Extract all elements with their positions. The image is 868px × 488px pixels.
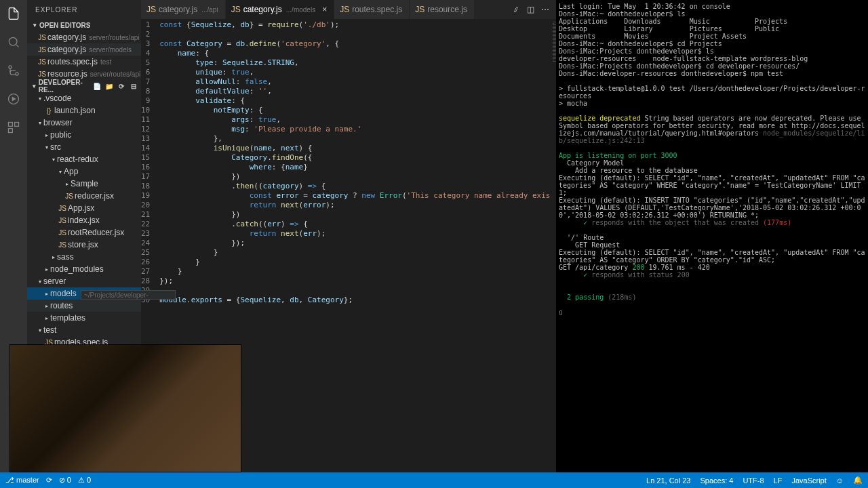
compare-icon[interactable]: ⫽ [512, 5, 520, 14]
chevron-down-icon: ▾ [30, 83, 39, 89]
file-icon: JS [57, 217, 68, 224]
folder-item[interactable]: ▸ node_modules [27, 263, 141, 275]
chevron-icon: ▸ [43, 266, 50, 272]
folder-item[interactable]: ▸ Sample [27, 178, 141, 190]
status-bar: ⎇ master ⟳ ⊘ 0 ⚠ 0 Ln 21, Col 23 Spaces:… [0, 472, 868, 488]
svg-rect-6 [9, 129, 13, 133]
chevron-icon: ▸ [43, 132, 50, 138]
sync-icon[interactable]: ⟳ [46, 476, 52, 485]
extensions-icon[interactable] [5, 119, 22, 136]
eol[interactable]: LF [774, 476, 783, 485]
js-file-icon: JS [340, 5, 349, 14]
js-file-icon: JS [37, 70, 47, 78]
minimap[interactable] [550, 19, 556, 472]
folder-item[interactable]: ▾ src [27, 141, 141, 153]
file-item[interactable]: {} launch.json [27, 104, 141, 117]
split-icon[interactable]: ◫ [527, 5, 534, 14]
file-icon: JS [57, 229, 68, 237]
svg-point-1 [9, 66, 12, 68]
file-item[interactable]: JS reducer.jsx [27, 190, 141, 202]
language-mode[interactable]: JavaScript [791, 476, 826, 485]
files-icon[interactable] [5, 5, 22, 22]
folder-item[interactable]: ▾ test [27, 324, 141, 336]
git-icon[interactable] [5, 62, 22, 79]
svg-point-0 [9, 37, 17, 45]
collapse-icon[interactable]: ⊟ [129, 81, 138, 91]
folder-item[interactable]: ▸ templates [27, 312, 141, 324]
more-icon[interactable]: ⋯ [541, 5, 549, 14]
folder-item[interactable]: ▾ .vscode [27, 92, 141, 104]
new-folder-icon[interactable]: 📁 [104, 81, 114, 91]
open-editor-item[interactable]: JS routes.spec.js test [27, 56, 141, 68]
folder-item[interactable]: ▾ browser [27, 117, 141, 129]
new-file-icon[interactable]: 📄 [92, 81, 102, 91]
open-editor-item[interactable]: JS category.js server/models [27, 43, 141, 56]
search-icon[interactable] [5, 34, 22, 50]
js-file-icon: JS [146, 5, 156, 14]
indent-setting[interactable]: Spaces: 4 [700, 476, 733, 485]
debug-icon[interactable] [5, 91, 22, 107]
explorer-title: EXPLORER [27, 0, 141, 19]
folder-item[interactable]: ▾ react-redux [27, 153, 141, 165]
chevron-down-icon: ▾ [30, 22, 39, 28]
chevron-icon: ▾ [37, 120, 43, 126]
js-file-icon: JS [37, 58, 47, 66]
file-item[interactable]: JS index.jsx [27, 214, 141, 226]
encoding[interactable]: UTF-8 [743, 476, 764, 485]
js-file-icon: JS [37, 34, 47, 41]
svg-rect-4 [9, 123, 13, 127]
editor-tab[interactable]: JSroutes.spec.js [334, 0, 410, 19]
chevron-icon: ▸ [43, 315, 50, 321]
chevron-icon: ▾ [37, 96, 43, 102]
svg-point-2 [16, 73, 18, 75]
folder-item[interactable]: ▸ public [27, 129, 141, 141]
feedback-icon[interactable]: ☺ [836, 476, 844, 485]
file-icon: JS [57, 241, 68, 249]
file-icon: JS [57, 205, 68, 212]
svg-rect-5 [15, 123, 19, 127]
open-editors-header[interactable]: ▾ OPEN EDITORS [27, 19, 141, 31]
open-editors-list: JS category.js server/routes/apiJS categ… [27, 31, 141, 80]
file-icon: {} [43, 107, 54, 115]
editor-tab[interactable]: JScategory.js.../models× [226, 0, 335, 19]
open-editor-item[interactable]: JS category.js server/routes/api [27, 31, 141, 43]
path-tooltip: ~/Projects/developer-resources/server/ro… [81, 290, 176, 300]
git-branch[interactable]: ⎇ master [5, 476, 39, 485]
chevron-icon: ▾ [43, 144, 50, 150]
js-file-icon: JS [415, 5, 425, 14]
chevron-icon: ▾ [37, 327, 43, 333]
file-icon: JS [64, 192, 75, 200]
terminal-panel[interactable]: Last login: Tue May 1 20:36:42 on consol… [556, 0, 868, 472]
js-file-icon: JS [37, 46, 47, 54]
file-item[interactable]: JS store.jsx [27, 239, 141, 251]
folder-item[interactable]: ▸ routes [27, 300, 141, 312]
warnings-count[interactable]: ⚠ 0 [78, 476, 91, 485]
folder-item[interactable]: ▾ App [27, 165, 141, 178]
editor-tab[interactable]: JSresource.js [410, 0, 475, 19]
editor-tab[interactable]: JScategory.js.../api [141, 0, 226, 19]
errors-count[interactable]: ⊘ 0 [59, 476, 71, 485]
js-file-icon: JS [231, 5, 241, 14]
chevron-icon: ▸ [43, 303, 50, 309]
tab-bar: JScategory.js.../apiJScategory.js.../mod… [141, 0, 556, 19]
workspace-header[interactable]: ▾ DEVELOPER-RE... 📄 📁 ⟳ ⊟ [27, 80, 141, 92]
chevron-icon: ▾ [50, 157, 57, 163]
webcam-overlay [9, 344, 241, 472]
close-icon[interactable]: × [322, 5, 327, 14]
folder-item[interactable]: ▾ server [27, 275, 141, 287]
chevron-icon: ▸ [50, 254, 57, 260]
chevron-icon: ▸ [43, 291, 50, 297]
chevron-icon: ▾ [37, 279, 43, 285]
cursor-position[interactable]: Ln 21, Col 23 [646, 476, 690, 485]
refresh-icon[interactable]: ⟳ [117, 81, 126, 91]
file-item[interactable]: JS App.jsx [27, 202, 141, 214]
chevron-icon: ▸ [64, 181, 71, 187]
folder-item[interactable]: ▸ sass [27, 251, 141, 263]
chevron-icon: ▾ [57, 169, 64, 175]
notifications-icon[interactable]: 🔔 [853, 476, 863, 485]
file-item[interactable]: JS rootReducer.jsx [27, 226, 141, 239]
